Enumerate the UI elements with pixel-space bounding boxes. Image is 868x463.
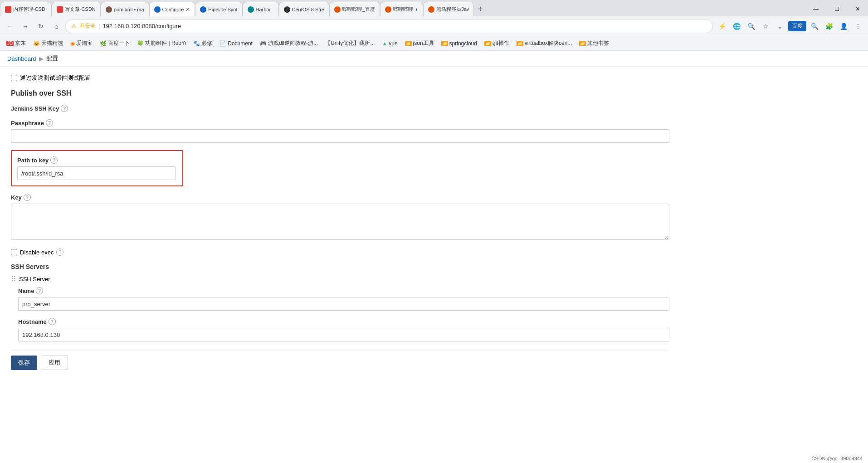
translate-icon[interactable]: 🌐 xyxy=(730,20,743,33)
tab-label-5: Pipeline Synt xyxy=(208,7,237,12)
bookmark-springcloud[interactable]: 📁 springcloud xyxy=(439,39,480,48)
server-name-help-icon[interactable]: ? xyxy=(36,287,43,294)
zoom-icon[interactable]: 🔍 xyxy=(745,20,757,33)
tab-6[interactable]: Harbor xyxy=(243,2,279,16)
bookmark-unity[interactable]: 【Unity优化】我所... xyxy=(322,39,377,48)
tab-bar: 内容管理-CSDI 写文章-CSDN pom.xml • ma Configur… xyxy=(0,0,868,16)
search-icon[interactable]: 🔍 xyxy=(808,20,821,33)
disable-exec-row: Disable exec ? xyxy=(11,249,669,256)
bookmarks-bar: JD 京东 🐱 天猫精选 ◉ 爱淘宝 🌿 百度一下 🍀 功能组件 | RuoYi… xyxy=(0,36,868,51)
disable-exec-checkbox[interactable] xyxy=(11,249,17,255)
tab-label-8: 哔哩哔哩_百度 xyxy=(342,6,375,13)
server-name-input[interactable] xyxy=(18,297,669,311)
toolbar-icons: ⚡ 🌐 🔍 ☆ ⌄ 百度 🔍 🧩 👤 ⋮ xyxy=(716,20,864,33)
test-email-checkbox[interactable] xyxy=(11,75,17,81)
bm-icon-git: 📁 xyxy=(484,41,491,46)
close-button[interactable]: ✕ xyxy=(847,2,868,16)
bookmark-vue[interactable]: ▲ vue xyxy=(379,39,400,48)
star-icon[interactable]: ☆ xyxy=(759,20,772,33)
menu-icon[interactable]: ⋮ xyxy=(852,20,864,33)
maximize-button[interactable]: ☐ xyxy=(826,2,847,16)
bookmark-ruoyi[interactable]: 🍀 功能组件 | RuoYi xyxy=(134,39,189,48)
forward-button[interactable]: → xyxy=(19,20,32,33)
save-button[interactable]: 保存 xyxy=(11,356,37,370)
url-text: 192.168.0.120:8080/configure xyxy=(102,23,707,29)
window-controls: — ☐ ✕ xyxy=(805,2,868,16)
server-hostname-input[interactable] xyxy=(18,328,669,341)
tab-1[interactable]: 内容管理-CSDI xyxy=(0,2,52,16)
main-content: 通过发送测试邮件测试配置 Publish over SSH Jenkins SS… xyxy=(0,67,680,382)
bookmark-json[interactable]: 📁 json工具 xyxy=(402,39,437,48)
bm-label-bixiu: 必修 xyxy=(201,39,212,47)
bookmark-git[interactable]: 📁 git操作 xyxy=(482,39,512,48)
tab-favicon-7 xyxy=(284,6,290,13)
bookmark-document[interactable]: 📄 Document xyxy=(217,39,255,48)
bm-icon-bixiu: 🐾 xyxy=(193,40,200,47)
tab-favicon-1 xyxy=(5,6,11,13)
passphrase-input[interactable] xyxy=(11,129,669,143)
drag-handle-icon[interactable]: ⠿ xyxy=(11,275,16,283)
bm-label-ruoyi: 功能组件 | RuoYi xyxy=(145,39,186,47)
security-warning-icon: ⚠ xyxy=(71,23,77,29)
tab-9[interactable]: 哔哩哔哩（ xyxy=(380,2,423,16)
ssh-servers-label: SSH Servers xyxy=(11,263,669,270)
tab-3[interactable]: pom.xml • ma xyxy=(101,2,149,16)
address-box[interactable]: ⚠ 不安全 | 192.168.0.120:8080/configure xyxy=(65,19,713,33)
bm-icon-json: 📁 xyxy=(405,41,412,46)
server-hostname-help-icon[interactable]: ? xyxy=(49,318,56,325)
bookmark-jd[interactable]: JD 京东 xyxy=(4,39,29,48)
tab-4[interactable]: Configure ✕ xyxy=(149,2,195,16)
jenkins-ssh-key-section: Jenkins SSH Key ? xyxy=(11,105,669,112)
tab-5[interactable]: Pipeline Synt xyxy=(195,2,242,16)
key-help-icon[interactable]: ? xyxy=(24,194,31,201)
bookmark-game[interactable]: 🎮 游戏dll逆向教程-游... xyxy=(257,39,321,48)
profile-icon[interactable]: 👤 xyxy=(837,20,850,33)
footer-bar: CSDN @qq_39009944 xyxy=(806,454,868,463)
tab-7[interactable]: CentOS 8 Stre xyxy=(279,2,330,16)
bm-icon-others: 📁 xyxy=(579,41,586,46)
bm-label-baidu: 百度一下 xyxy=(108,39,130,47)
path-to-key-help-icon[interactable]: ? xyxy=(50,156,58,164)
passphrase-section: Passphrase ? xyxy=(11,119,669,143)
tab-label-6: Harbor xyxy=(256,7,271,12)
bm-icon-tmall: 🐱 xyxy=(33,40,40,47)
back-button[interactable]: ← xyxy=(4,20,16,33)
bookmark-others[interactable]: 📁 其他书签 xyxy=(576,39,612,48)
bm-icon-springcloud: 📁 xyxy=(441,41,448,46)
page-content: Dashboard ▶ 配置 通过发送测试邮件测试配置 Publish over… xyxy=(0,51,868,463)
test-email-label: 通过发送测试邮件测试配置 xyxy=(20,74,91,82)
path-to-key-label: Path to key ? xyxy=(17,156,177,164)
bm-icon-virtualbox: 📁 xyxy=(517,41,523,46)
lightning-icon[interactable]: ⚡ xyxy=(716,20,728,33)
bookmark-virtualbox[interactable]: 📁 virtualbox解决cen... xyxy=(514,39,575,48)
bookmark-tmall[interactable]: 🐱 天猫精选 xyxy=(30,39,66,48)
key-textarea[interactable] xyxy=(11,204,669,240)
bm-label-virtualbox: virtualbox解决cen... xyxy=(525,39,572,47)
tab-10[interactable]: 黑马程序员Jav xyxy=(423,2,474,16)
home-button[interactable]: ⌂ xyxy=(50,20,63,33)
extensions-icon[interactable]: 🧩 xyxy=(823,20,835,33)
bookmark-icon[interactable]: ⌄ xyxy=(774,20,786,33)
bm-icon-baidu: 🌿 xyxy=(100,40,107,47)
baidu-button[interactable]: 百度 xyxy=(788,21,806,31)
bookmark-taobao[interactable]: ◉ 爱淘宝 xyxy=(68,39,95,48)
jenkins-ssh-key-help-icon[interactable]: ? xyxy=(61,105,68,112)
disable-exec-help-icon[interactable]: ? xyxy=(56,249,63,256)
ssh-server-block: ⠿ SSH Server Name ? Hostname ? xyxy=(11,275,669,341)
tab-close-4[interactable]: ✕ xyxy=(185,6,190,13)
security-warning-text: 不安全 xyxy=(79,22,96,30)
tab-8[interactable]: 哔哩哔哩_百度 xyxy=(329,2,380,16)
publish-over-ssh-title: Publish over SSH xyxy=(11,89,669,97)
new-tab-button[interactable]: + xyxy=(474,2,487,16)
reload-button[interactable]: ↻ xyxy=(34,20,47,33)
bookmark-bixiu[interactable]: 🐾 必修 xyxy=(190,39,215,48)
bookmark-baidu[interactable]: 🌿 百度一下 xyxy=(97,39,132,48)
tab-label-1: 内容管理-CSDI xyxy=(13,6,47,13)
path-to-key-input[interactable] xyxy=(17,166,176,180)
breadcrumb-dashboard[interactable]: Dashboard xyxy=(7,55,36,62)
apply-button[interactable]: 应用 xyxy=(41,356,68,370)
passphrase-help-icon[interactable]: ? xyxy=(46,119,53,127)
minimize-button[interactable]: — xyxy=(805,2,826,16)
bm-icon-document: 📄 xyxy=(219,40,226,47)
tab-2[interactable]: 写文章-CSDN xyxy=(52,2,101,16)
